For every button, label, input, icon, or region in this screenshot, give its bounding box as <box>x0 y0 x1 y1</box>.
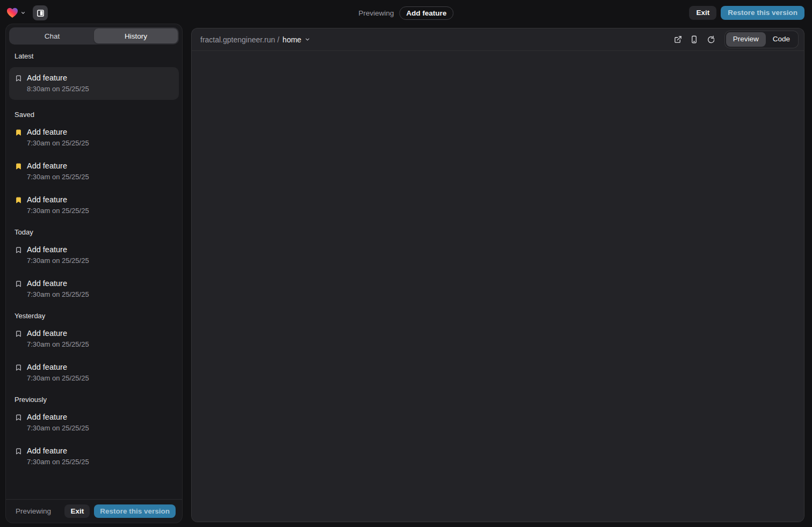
history-item-title: Add feature <box>27 194 89 206</box>
history-item[interactable]: Add feature 7:30am on 25/25/25 <box>9 411 179 435</box>
history-item-title: Add feature <box>27 328 89 339</box>
bookmark-outline-icon <box>15 246 22 254</box>
preview-url-breadcrumb[interactable]: fractal.gptengineer.run / home <box>200 35 310 44</box>
bookmark-outline-icon <box>15 447 22 456</box>
external-link-icon <box>674 35 682 43</box>
history-section: Saved Add feature 7:30am on 25/25/25 <box>9 111 179 217</box>
toggle-code[interactable]: Code <box>766 32 797 46</box>
sidebar-tab-switcher: Chat History <box>9 27 179 45</box>
history-section: Latest Add feature 8:30am on 25/25/25 <box>9 52 179 100</box>
history-section: Previously Add feature 7:30am on 25/25/2… <box>9 396 179 469</box>
chevron-down-icon <box>305 36 310 42</box>
history-item-title: Add feature <box>27 362 89 373</box>
history-item-title: Add feature <box>27 72 89 84</box>
preview-header: fractal.gptengineer.run / home <box>192 28 804 51</box>
history-item-timestamp: 7:30am on 25/25/25 <box>27 423 89 434</box>
toggle-preview[interactable]: Preview <box>726 32 766 46</box>
history-item-timestamp: 7:30am on 25/25/25 <box>27 339 89 350</box>
version-badge: Add feature <box>400 6 454 20</box>
bookmark-filled-icon <box>15 196 22 204</box>
smartphone-icon <box>690 35 698 43</box>
history-section-title: Today <box>15 228 173 237</box>
open-in-new-tab-button[interactable] <box>671 32 686 47</box>
tab-chat[interactable]: Chat <box>10 28 94 43</box>
footer-restore-version-button[interactable]: Restore this version <box>94 504 176 518</box>
history-item[interactable]: Add feature 8:30am on 25/25/25 <box>9 67 179 100</box>
preview-viewport[interactable] <box>192 51 804 522</box>
history-section: Yesterday Add feature 7:30am on 25/25/25 <box>9 312 179 385</box>
exit-button[interactable]: Exit <box>689 6 716 20</box>
refresh-button[interactable] <box>703 32 718 47</box>
history-item-title: Add feature <box>27 127 89 138</box>
history-item-timestamp: 7:30am on 25/25/25 <box>27 138 89 149</box>
history-item-title: Add feature <box>27 412 89 423</box>
footer-previewing-label: Previewing <box>16 507 51 515</box>
bookmark-outline-icon <box>15 74 22 83</box>
history-item-title: Add feature <box>27 445 89 457</box>
bookmark-outline-icon <box>15 280 22 288</box>
history-item-timestamp: 8:30am on 25/25/25 <box>27 84 89 94</box>
preview-actions: Preview Code <box>671 31 799 48</box>
history-item-title: Add feature <box>27 160 89 172</box>
history-item[interactable]: Add feature 7:30am on 25/25/25 <box>9 327 179 351</box>
preview-panel: fractal.gptengineer.run / home <box>191 28 804 522</box>
sidebar-footer: Previewing Exit Restore this version <box>6 499 182 523</box>
history-section-title: Previously <box>15 396 173 404</box>
history-item-timestamp: 7:30am on 25/25/25 <box>27 457 89 467</box>
top-bar: Previewing Add feature Exit Restore this… <box>0 0 812 26</box>
history-section-title: Yesterday <box>15 312 173 320</box>
sidebar-toggle-button[interactable] <box>33 5 48 20</box>
history-item-title: Add feature <box>27 244 89 255</box>
chevron-down-icon <box>20 10 26 16</box>
footer-exit-button[interactable]: Exit <box>64 504 90 518</box>
history-item-timestamp: 7:30am on 25/25/25 <box>27 206 89 216</box>
history-item[interactable]: Add feature 7:30am on 25/25/25 <box>9 126 179 150</box>
bookmark-outline-icon <box>15 363 22 372</box>
preview-url-host: fractal.gptengineer.run / <box>200 35 279 44</box>
restore-version-button[interactable]: Restore this version <box>721 6 804 20</box>
panel-left-icon <box>37 9 45 17</box>
preview-url-page: home <box>282 35 301 44</box>
history-item-timestamp: 7:30am on 25/25/25 <box>27 255 89 266</box>
history-sidebar: Chat History Latest Add feature 8:30am o… <box>5 24 183 523</box>
preview-code-toggle: Preview Code <box>724 31 799 48</box>
history-item[interactable]: Add feature 7:30am on 25/25/25 <box>9 277 179 301</box>
bookmark-outline-icon <box>15 330 22 338</box>
refresh-icon <box>706 35 714 43</box>
history-item-timestamp: 7:30am on 25/25/25 <box>27 373 89 384</box>
mobile-view-button[interactable] <box>687 32 702 47</box>
history-item-timestamp: 7:30am on 25/25/25 <box>27 172 89 182</box>
history-item[interactable]: Add feature 7:30am on 25/25/25 <box>9 193 179 217</box>
lovable-heart-logo-icon <box>6 8 18 18</box>
history-list: Latest Add feature 8:30am on 25/25/25 Sa… <box>6 45 182 499</box>
tab-history[interactable]: History <box>94 28 178 43</box>
history-item[interactable]: Add feature 7:30am on 25/25/25 <box>9 361 179 385</box>
app-logo-menu[interactable] <box>6 8 26 18</box>
history-section-title: Saved <box>15 111 173 119</box>
history-item-timestamp: 7:30am on 25/25/25 <box>27 289 89 300</box>
history-section: Today Add feature 7:30am on 25/25/25 <box>9 228 179 301</box>
bookmark-filled-icon <box>15 128 22 137</box>
history-item[interactable]: Add feature 7:30am on 25/25/25 <box>9 444 179 469</box>
history-item[interactable]: Add feature 7:30am on 25/25/25 <box>9 243 179 267</box>
history-item[interactable]: Add feature 7:30am on 25/25/25 <box>9 159 179 184</box>
bookmark-filled-icon <box>15 162 22 171</box>
bookmark-outline-icon <box>15 413 22 422</box>
previewing-status-label: Previewing <box>358 9 394 17</box>
history-section-title: Latest <box>15 52 173 61</box>
history-item-title: Add feature <box>27 278 89 289</box>
